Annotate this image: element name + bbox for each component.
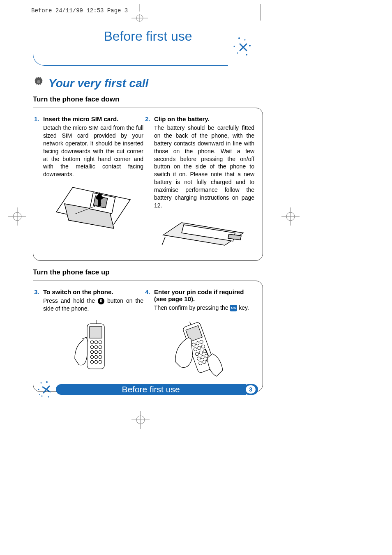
crop-mark-top bbox=[131, 4, 148, 24]
crop-mark-top-right bbox=[260, 4, 261, 21]
subheading-face-up: Turn the phone face up bbox=[33, 268, 263, 276]
step-4-title: Enter your pin code if required (see pag… bbox=[154, 288, 254, 302]
svg-point-64 bbox=[48, 396, 49, 398]
page-number-badge: 3 bbox=[243, 384, 258, 395]
print-metadata: Before 24/11/99 12:53 Page 3 bbox=[31, 7, 128, 14]
registration-mark-left bbox=[8, 207, 26, 226]
steps-box-2: 3. To switch on the phone. Press and hol… bbox=[33, 281, 263, 392]
sparkle-ornament-bottom bbox=[36, 380, 56, 399]
svg-point-63 bbox=[42, 396, 43, 397]
registration-mark-right bbox=[281, 207, 300, 226]
step-2-body: The battery should be carefully fitted o… bbox=[154, 124, 254, 210]
step-3: 3. To switch on the phone. Press and hol… bbox=[43, 288, 143, 384]
step-4: 4. Enter your pin code if required (see … bbox=[154, 288, 254, 384]
svg-point-19 bbox=[37, 80, 40, 83]
step-1: 1. Insert the micro SIM card. Detach the… bbox=[43, 115, 143, 253]
step-4-body: Then confirm by pressing the OK key. bbox=[154, 304, 254, 312]
registration-mark-bottom bbox=[131, 411, 150, 429]
section-heading: Your very first call bbox=[33, 76, 263, 90]
step-2-number: 2. bbox=[145, 115, 150, 122]
section-title-text: Your very first call bbox=[48, 77, 148, 90]
step-1-body: Detach the micro SIM card from the full … bbox=[43, 124, 143, 178]
page-number: 3 bbox=[246, 385, 256, 394]
footer: Before first use 3 bbox=[36, 382, 258, 397]
svg-point-62 bbox=[38, 389, 39, 390]
step-1-number: 1. bbox=[34, 115, 39, 122]
sim-insert-illustration bbox=[43, 183, 143, 242]
power-button-icon: 0 bbox=[98, 298, 104, 304]
svg-point-61 bbox=[46, 381, 48, 383]
step-3-title: To switch on the phone. bbox=[43, 288, 143, 295]
step-4-number: 4. bbox=[145, 288, 150, 295]
svg-line-23 bbox=[162, 237, 165, 245]
step-1-title: Insert the micro SIM card. bbox=[43, 115, 143, 122]
ok-key-icon: OK bbox=[230, 305, 237, 311]
step-2-title: Clip on the battery. bbox=[154, 115, 254, 122]
step-3-body: Press and hold the 0 button on the side … bbox=[43, 297, 143, 313]
switch-on-illustration bbox=[43, 318, 143, 381]
gear-icon bbox=[33, 76, 44, 90]
steps-box-1: 1. Insert the micro SIM card. Detach the… bbox=[33, 108, 263, 261]
pin-entry-illustration bbox=[154, 317, 254, 384]
svg-point-65 bbox=[39, 394, 40, 395]
footer-title-bar: Before first use bbox=[56, 384, 246, 395]
svg-line-44 bbox=[190, 322, 191, 325]
step-2: 2. Clip on the battery. The battery shou… bbox=[154, 115, 254, 253]
battery-clip-illustration bbox=[154, 214, 254, 253]
svg-point-60 bbox=[41, 382, 42, 384]
svg-rect-25 bbox=[90, 327, 102, 338]
step-3-number: 3. bbox=[34, 288, 39, 295]
page-title: Before first use bbox=[58, 29, 238, 46]
subheading-face-down: Turn the phone face down bbox=[33, 95, 263, 104]
footer-title-text: Before first use bbox=[122, 385, 180, 394]
